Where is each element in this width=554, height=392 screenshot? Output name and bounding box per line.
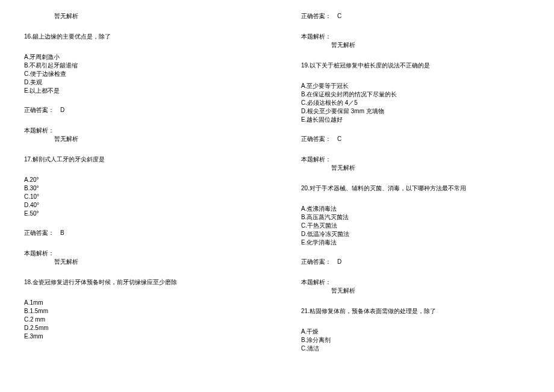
q16-optE: E.以上都不是 — [0, 87, 277, 95]
q17-optB: B.30° — [0, 184, 277, 193]
q21-optC: C.清洁 — [277, 344, 554, 353]
q19-optC: C.必须达根长的 4／5 — [277, 99, 554, 107]
q20-optD: D.低温冷冻灭菌法 — [277, 230, 554, 238]
q19-analysis-text: 暂无解析 — [277, 164, 554, 172]
q17-stem: 17.解剖式人工牙的牙尖斜度是 — [0, 155, 277, 164]
q16-optB: B.不易引起牙龈退缩 — [0, 61, 277, 70]
q17-analysis-label: 本题解析： — [0, 249, 277, 258]
q18-optA: A.1mm — [0, 299, 277, 307]
q17-optA: A.20° — [0, 176, 277, 184]
q20-optA: A.煮沸消毒法 — [277, 205, 554, 213]
q20-optC: C.干热灭菌法 — [277, 222, 554, 230]
q17-optE: E.50° — [0, 210, 277, 218]
q16-stem: 16.龈上边缘的主要优点是，除了 — [0, 33, 277, 41]
q16-analysis-label: 本题解析： — [0, 126, 277, 135]
q21-stem: 21.粘固修复体前，预备体表面需做的处理是，除了 — [277, 307, 554, 316]
q19-optE: E.越长固位越好 — [277, 116, 554, 124]
q17-optD: D.40° — [0, 201, 277, 210]
q20-optE: E.化学消毒法 — [277, 238, 554, 247]
q19-optB: B.在保证根尖封闭的情况下尽量的长 — [277, 90, 554, 99]
q16-analysis-text: 暂无解析 — [0, 135, 277, 143]
analysis-top-label: 本题解析： — [277, 33, 554, 41]
no-analysis-text: 暂无解析 — [0, 12, 277, 20]
q18-optD: D.2.5mm — [0, 324, 277, 332]
q20-optB: B.高压蒸汽灭菌法 — [277, 213, 554, 222]
q19-answer: 正确答案： C — [277, 135, 554, 143]
q20-analysis-label: 本题解析： — [277, 278, 554, 287]
q21-optA: A.干燥 — [277, 328, 554, 336]
q17-analysis-text: 暂无解析 — [0, 258, 277, 266]
q16-optC: C.便于边缘检查 — [0, 70, 277, 78]
q18-optC: C.2 mm — [0, 316, 277, 324]
q19-analysis-label: 本题解析： — [277, 155, 554, 164]
q20-analysis-text: 暂无解析 — [277, 287, 554, 295]
answer-top: 正确答案： C — [277, 12, 554, 20]
q19-optA: A.至少要等于冠长 — [277, 82, 554, 90]
q16-optA: A.牙周刺激小 — [0, 53, 277, 61]
q21-optB: B.涂分离剂 — [277, 336, 554, 344]
left-column: 暂无解析 16.龈上边缘的主要优点是，除了 A.牙周刺激小 B.不易引起牙龈退缩… — [0, 0, 277, 392]
q19-optD: D.根尖至少要保留 3mm 充填物 — [277, 107, 554, 116]
q20-stem: 20.对于手术器械、辅料的灭菌、消毒，以下哪种方法最不常用 — [277, 184, 554, 193]
q16-answer: 正确答案： D — [0, 106, 277, 114]
q17-optC: C.10° — [0, 193, 277, 201]
q18-optB: B.1.5mm — [0, 307, 277, 316]
analysis-top-text: 暂无解析 — [277, 41, 554, 49]
q17-answer: 正确答案： B — [0, 229, 277, 237]
right-column: 正确答案： C 本题解析： 暂无解析 19.以下关于桩冠修复中桩长度的说法不正确… — [277, 0, 554, 392]
q18-optE: E.3mm — [0, 332, 277, 341]
q20-answer: 正确答案： D — [277, 258, 554, 266]
q18-stem: 18.金瓷冠修复进行牙体预备时候，前牙切缘缘应至少磨除 — [0, 278, 277, 287]
q16-optD: D.美观 — [0, 78, 277, 87]
q19-stem: 19.以下关于桩冠修复中桩长度的说法不正确的是 — [277, 61, 554, 70]
